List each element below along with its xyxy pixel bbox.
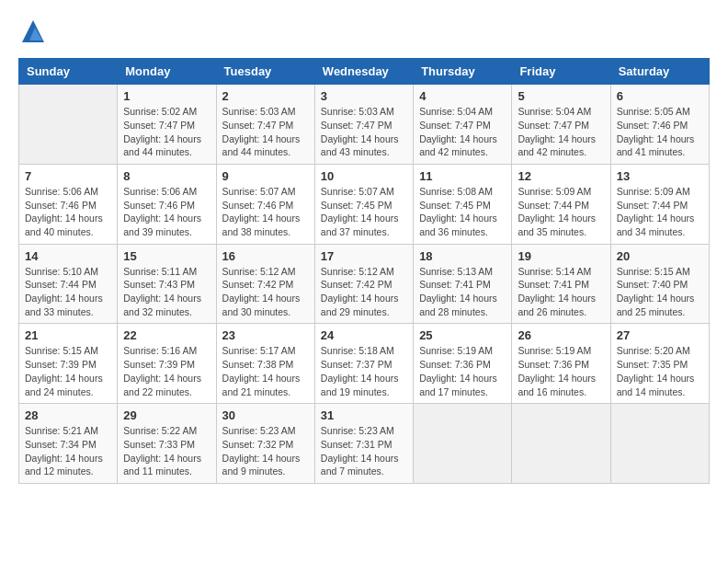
day-info: Sunrise: 5:07 AM Sunset: 7:45 PM Dayligh… <box>321 185 407 239</box>
calendar-cell: 17Sunrise: 5:12 AM Sunset: 7:42 PM Dayli… <box>314 244 413 324</box>
logo-icon <box>20 18 46 44</box>
calendar-week-0: 1Sunrise: 5:02 AM Sunset: 7:47 PM Daylig… <box>19 85 710 165</box>
day-info: Sunrise: 5:07 AM Sunset: 7:46 PM Dayligh… <box>222 185 309 239</box>
day-number: 7 <box>25 169 111 183</box>
day-info: Sunrise: 5:12 AM Sunset: 7:42 PM Dayligh… <box>321 265 407 319</box>
day-info: Sunrise: 5:15 AM Sunset: 7:39 PM Dayligh… <box>25 344 111 398</box>
day-info: Sunrise: 5:23 AM Sunset: 7:32 PM Dayligh… <box>222 424 309 478</box>
day-info: Sunrise: 5:14 AM Sunset: 7:41 PM Dayligh… <box>518 265 604 319</box>
day-number: 27 <box>617 328 703 342</box>
day-number: 16 <box>222 249 309 263</box>
calendar-cell: 5Sunrise: 5:04 AM Sunset: 7:47 PM Daylig… <box>512 85 610 165</box>
calendar-cell: 28Sunrise: 5:21 AM Sunset: 7:34 PM Dayli… <box>19 404 118 484</box>
calendar-cell: 16Sunrise: 5:12 AM Sunset: 7:42 PM Dayli… <box>216 244 314 324</box>
day-info: Sunrise: 5:13 AM Sunset: 7:41 PM Dayligh… <box>419 265 506 319</box>
calendar-week-1: 7Sunrise: 5:06 AM Sunset: 7:46 PM Daylig… <box>19 164 710 244</box>
day-info: Sunrise: 5:04 AM Sunset: 7:47 PM Dayligh… <box>518 105 604 159</box>
day-info: Sunrise: 5:16 AM Sunset: 7:39 PM Dayligh… <box>123 344 210 398</box>
day-info: Sunrise: 5:18 AM Sunset: 7:37 PM Dayligh… <box>321 344 407 398</box>
calendar-cell: 21Sunrise: 5:15 AM Sunset: 7:39 PM Dayli… <box>19 324 118 404</box>
day-number: 18 <box>419 249 506 263</box>
header-cell-saturday: Saturday <box>610 59 709 85</box>
calendar-cell: 18Sunrise: 5:13 AM Sunset: 7:41 PM Dayli… <box>414 244 512 324</box>
header-cell-tuesday: Tuesday <box>216 59 314 85</box>
calendar-cell: 27Sunrise: 5:20 AM Sunset: 7:35 PM Dayli… <box>610 324 709 404</box>
day-info: Sunrise: 5:12 AM Sunset: 7:42 PM Dayligh… <box>222 265 309 319</box>
day-info: Sunrise: 5:19 AM Sunset: 7:36 PM Dayligh… <box>518 344 604 398</box>
page-header <box>18 18 710 49</box>
calendar-body: 1Sunrise: 5:02 AM Sunset: 7:47 PM Daylig… <box>19 85 710 484</box>
day-number: 4 <box>419 89 506 103</box>
header-cell-sunday: Sunday <box>19 59 118 85</box>
day-number: 25 <box>419 328 506 342</box>
calendar-cell: 20Sunrise: 5:15 AM Sunset: 7:40 PM Dayli… <box>610 244 709 324</box>
day-number: 26 <box>518 328 604 342</box>
day-number: 6 <box>617 89 703 103</box>
calendar-cell: 3Sunrise: 5:03 AM Sunset: 7:47 PM Daylig… <box>314 85 413 165</box>
day-info: Sunrise: 5:08 AM Sunset: 7:45 PM Dayligh… <box>419 185 506 239</box>
day-info: Sunrise: 5:20 AM Sunset: 7:35 PM Dayligh… <box>617 344 703 398</box>
day-info: Sunrise: 5:04 AM Sunset: 7:47 PM Dayligh… <box>419 105 506 159</box>
day-number: 8 <box>123 169 210 183</box>
day-number: 9 <box>222 169 309 183</box>
day-info: Sunrise: 5:06 AM Sunset: 7:46 PM Dayligh… <box>123 185 210 239</box>
day-number: 2 <box>222 89 309 103</box>
calendar-cell: 22Sunrise: 5:16 AM Sunset: 7:39 PM Dayli… <box>118 324 216 404</box>
day-info: Sunrise: 5:19 AM Sunset: 7:36 PM Dayligh… <box>419 344 506 398</box>
calendar-cell <box>610 404 709 484</box>
calendar-cell: 19Sunrise: 5:14 AM Sunset: 7:41 PM Dayli… <box>512 244 610 324</box>
day-number: 30 <box>222 408 309 422</box>
day-number: 1 <box>123 89 210 103</box>
calendar-cell: 23Sunrise: 5:17 AM Sunset: 7:38 PM Dayli… <box>216 324 314 404</box>
calendar-cell: 6Sunrise: 5:05 AM Sunset: 7:46 PM Daylig… <box>610 85 709 165</box>
header-cell-friday: Friday <box>512 59 610 85</box>
day-info: Sunrise: 5:21 AM Sunset: 7:34 PM Dayligh… <box>25 424 111 478</box>
calendar-header: SundayMondayTuesdayWednesdayThursdayFrid… <box>19 59 710 85</box>
calendar-cell: 9Sunrise: 5:07 AM Sunset: 7:46 PM Daylig… <box>216 164 314 244</box>
calendar-cell <box>512 404 610 484</box>
calendar-cell <box>19 85 118 165</box>
calendar-cell: 4Sunrise: 5:04 AM Sunset: 7:47 PM Daylig… <box>414 85 512 165</box>
logo <box>18 18 46 49</box>
day-number: 19 <box>518 249 604 263</box>
day-info: Sunrise: 5:09 AM Sunset: 7:44 PM Dayligh… <box>518 185 604 239</box>
day-number: 10 <box>321 169 407 183</box>
day-number: 15 <box>123 249 210 263</box>
day-number: 3 <box>321 89 407 103</box>
calendar-week-3: 21Sunrise: 5:15 AM Sunset: 7:39 PM Dayli… <box>19 324 710 404</box>
day-info: Sunrise: 5:06 AM Sunset: 7:46 PM Dayligh… <box>25 185 111 239</box>
calendar-week-2: 14Sunrise: 5:10 AM Sunset: 7:44 PM Dayli… <box>19 244 710 324</box>
day-number: 28 <box>25 408 111 422</box>
day-number: 13 <box>617 169 703 183</box>
calendar-week-4: 28Sunrise: 5:21 AM Sunset: 7:34 PM Dayli… <box>19 404 710 484</box>
day-info: Sunrise: 5:03 AM Sunset: 7:47 PM Dayligh… <box>321 105 407 159</box>
day-number: 14 <box>25 249 111 263</box>
calendar-cell: 7Sunrise: 5:06 AM Sunset: 7:46 PM Daylig… <box>19 164 118 244</box>
header-cell-thursday: Thursday <box>414 59 512 85</box>
header-row: SundayMondayTuesdayWednesdayThursdayFrid… <box>19 59 710 85</box>
header-cell-monday: Monday <box>118 59 216 85</box>
day-info: Sunrise: 5:02 AM Sunset: 7:47 PM Dayligh… <box>123 105 210 159</box>
header-cell-wednesday: Wednesday <box>314 59 413 85</box>
day-number: 22 <box>123 328 210 342</box>
day-number: 11 <box>419 169 506 183</box>
day-info: Sunrise: 5:23 AM Sunset: 7:31 PM Dayligh… <box>321 424 407 478</box>
calendar-cell: 24Sunrise: 5:18 AM Sunset: 7:37 PM Dayli… <box>314 324 413 404</box>
calendar-cell: 15Sunrise: 5:11 AM Sunset: 7:43 PM Dayli… <box>118 244 216 324</box>
day-number: 23 <box>222 328 309 342</box>
day-number: 31 <box>321 408 407 422</box>
calendar-cell: 11Sunrise: 5:08 AM Sunset: 7:45 PM Dayli… <box>414 164 512 244</box>
day-info: Sunrise: 5:05 AM Sunset: 7:46 PM Dayligh… <box>617 105 703 159</box>
calendar-cell: 12Sunrise: 5:09 AM Sunset: 7:44 PM Dayli… <box>512 164 610 244</box>
day-number: 21 <box>25 328 111 342</box>
calendar-cell: 14Sunrise: 5:10 AM Sunset: 7:44 PM Dayli… <box>19 244 118 324</box>
calendar-cell <box>414 404 512 484</box>
calendar-cell: 10Sunrise: 5:07 AM Sunset: 7:45 PM Dayli… <box>314 164 413 244</box>
calendar-cell: 31Sunrise: 5:23 AM Sunset: 7:31 PM Dayli… <box>314 404 413 484</box>
day-number: 29 <box>123 408 210 422</box>
calendar-cell: 30Sunrise: 5:23 AM Sunset: 7:32 PM Dayli… <box>216 404 314 484</box>
day-number: 5 <box>518 89 604 103</box>
day-info: Sunrise: 5:03 AM Sunset: 7:47 PM Dayligh… <box>222 105 309 159</box>
calendar-cell: 13Sunrise: 5:09 AM Sunset: 7:44 PM Dayli… <box>610 164 709 244</box>
day-number: 24 <box>321 328 407 342</box>
